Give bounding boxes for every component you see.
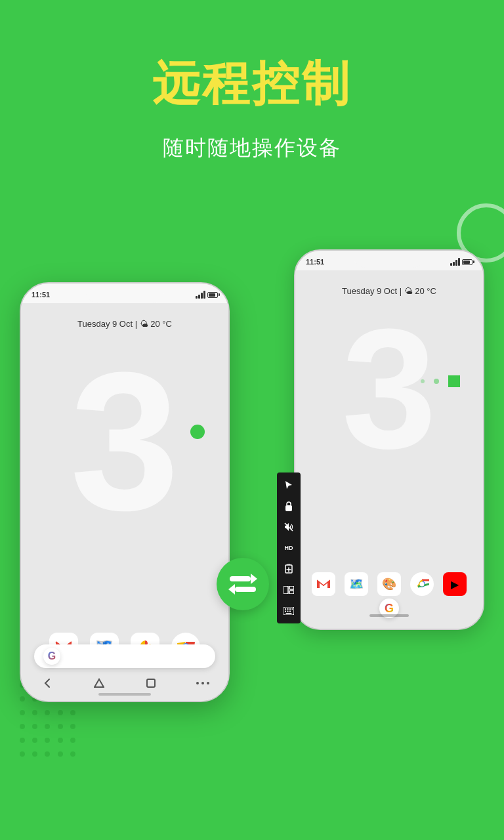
phone-front-nav-bar	[21, 673, 228, 693]
google-search-bar[interactable]: G	[34, 644, 215, 668]
nav-back-btn[interactable]	[39, 675, 55, 691]
svg-rect-23	[289, 608, 291, 610]
svg-marker-9	[94, 679, 104, 687]
toolbar-screenshot-btn[interactable]	[279, 559, 299, 579]
toolbar-lock-btn[interactable]	[279, 496, 299, 516]
signal-icon	[450, 258, 460, 266]
svg-rect-10	[147, 679, 155, 687]
svg-point-11	[196, 682, 199, 684]
svg-rect-29	[230, 576, 251, 581]
svg-rect-26	[287, 611, 289, 612]
nav-home-btn[interactable]	[91, 675, 107, 691]
toolbar-hd-btn[interactable]: HD	[279, 538, 299, 558]
battery-icon	[462, 259, 472, 265]
front-battery-icon	[207, 292, 218, 298]
svg-point-12	[201, 682, 204, 684]
phone-back-body: 11:51 Tuesday	[294, 249, 484, 630]
svg-rect-22	[287, 608, 289, 610]
phone-front-time: 11:51	[32, 291, 50, 299]
maps-icon-back: 🗺️	[345, 572, 368, 596]
page-wrapper: 远程控制 随时随地操作设备 11:51	[0, 0, 504, 840]
phone-front-body: 11:51 Tuesday	[20, 282, 230, 702]
phones-container: 11:51 Tuesday	[0, 210, 504, 801]
swap-icon-container[interactable]	[217, 558, 269, 610]
svg-rect-19	[289, 591, 294, 594]
phone-back: 11:51 Tuesday	[294, 249, 484, 630]
toolbar-layout-btn[interactable]	[279, 580, 299, 600]
svg-rect-30	[235, 587, 256, 592]
google-logo: G	[43, 648, 60, 665]
svg-rect-17	[284, 586, 288, 594]
phone-front: 11:51 Tuesday	[20, 282, 230, 702]
phone-back-time: 11:51	[306, 258, 324, 266]
phone-front-status-icons	[196, 291, 218, 299]
swap-arrows-icon	[226, 571, 260, 597]
svg-point-13	[207, 682, 209, 684]
photos-icon-back: 🎨	[377, 572, 401, 596]
nav-recent-btn[interactable]	[143, 675, 159, 691]
svg-rect-27	[289, 611, 291, 612]
phone-back-side-btn	[483, 316, 484, 349]
sub-title: 随时随地操作设备	[163, 134, 341, 163]
gmail-icon-back	[312, 572, 335, 596]
phone-back-watermark: 3	[342, 303, 437, 474]
phone-front-vol-btn	[20, 362, 21, 388]
nav-more-btn[interactable]	[195, 675, 211, 691]
phone-back-status-bar: 11:51	[295, 255, 483, 269]
phone-front-status-bar: 11:51	[21, 287, 228, 302]
phone-front-watermark: 3	[70, 343, 180, 539]
youtube-icon-back: ▶	[443, 572, 467, 596]
phone-back-status-icons	[450, 258, 472, 266]
toolbar-keyboard-btn[interactable]	[279, 601, 299, 621]
phone-front-pwr-btn	[20, 395, 21, 411]
phone-back-dock: 🗺️ 🎨	[295, 572, 483, 596]
home-indicator	[98, 693, 151, 696]
front-signal-icon	[196, 291, 205, 299]
svg-rect-24	[292, 608, 293, 610]
svg-rect-14	[285, 505, 292, 511]
svg-point-3	[420, 582, 425, 587]
phone-back-home-indicator	[369, 614, 409, 617]
svg-rect-25	[285, 611, 286, 612]
phone-front-side-btn-right	[228, 349, 230, 382]
svg-rect-21	[285, 608, 286, 610]
phone-front-date-weather: Tuesday 9 Oct | 🌤 20 °C	[77, 319, 172, 329]
control-toolbar: HD	[277, 472, 301, 623]
phone-back-screen: Tuesday 9 Oct | 🌤 20 °C 3	[295, 270, 483, 629]
svg-rect-28	[286, 613, 292, 614]
svg-rect-18	[289, 586, 294, 589]
toolbar-cursor-btn[interactable]	[279, 475, 299, 495]
chrome-icon-back	[410, 572, 434, 596]
main-title: 远程控制	[152, 52, 352, 116]
phone-front-screen: Tuesday 9 Oct | 🌤 20 °C 3 🗺️	[21, 303, 228, 701]
toolbar-sound-btn[interactable]	[279, 517, 299, 537]
